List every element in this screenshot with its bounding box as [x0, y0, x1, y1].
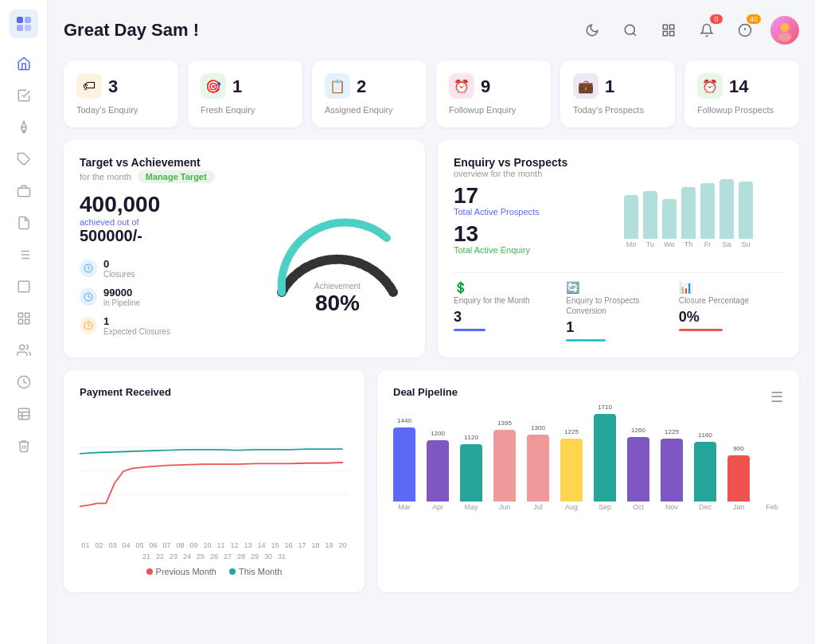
evp-bar1-3	[681, 187, 696, 239]
stat-card-4[interactable]: 💼 1 Today's Prospects	[560, 60, 675, 127]
evp-footer: 💲 Enquiry for the Month 3 🔄 Enquiry to P…	[454, 272, 783, 342]
deal-bar-8	[661, 439, 683, 502]
evp-bar-day-0: Mo	[626, 240, 637, 248]
page-title: Great Day Sam !	[64, 20, 199, 41]
stat-card-1[interactable]: 🎯 1 Fresh Enquiry	[188, 60, 302, 127]
deal-bar-lbl-3: Jun	[499, 503, 511, 511]
sidebar-item-table[interactable]	[11, 401, 37, 427]
sidebar-item-layers[interactable]	[11, 274, 37, 299]
manage-target-button[interactable]: Manage Target	[138, 170, 215, 183]
tva-achieved-label: achieved out of	[80, 217, 258, 227]
evp-bar-day-1: Tu	[646, 240, 654, 248]
stat-number-4: 1	[605, 76, 614, 97]
deal-bar-col-7: 1260 Oct	[627, 427, 649, 511]
svg-rect-27	[670, 25, 674, 29]
sidebar-item-users[interactable]	[11, 338, 37, 363]
apps-icon[interactable]	[656, 18, 681, 43]
deal-bar-lbl-10: Jan	[733, 503, 745, 511]
deal-menu-icon[interactable]: ☰	[770, 388, 783, 406]
deal-bar-val-6: 1710	[598, 404, 612, 411]
x-label: 15	[270, 541, 280, 549]
chart-legend: Previous Month This Month	[80, 567, 349, 576]
sidebar-item-trash[interactable]	[11, 433, 37, 459]
bell-icon[interactable]: 0	[694, 18, 719, 43]
sidebar-item-briefcase[interactable]	[11, 178, 37, 204]
deal-bar-7	[627, 437, 649, 502]
stat-card-3[interactable]: ⏰ 9 Followup Enquiry	[436, 60, 551, 127]
stat-number-5: 14	[729, 76, 748, 97]
sidebar-item-rocket[interactable]	[11, 115, 37, 140]
gauge-percentage: 80%	[314, 291, 361, 316]
x-label: 05	[135, 541, 145, 549]
sidebar-item-list[interactable]	[11, 242, 37, 267]
svg-rect-3	[25, 25, 31, 31]
evp-bar-col-6: Su	[739, 181, 753, 248]
x-label: 19	[324, 541, 334, 549]
total-prospects-label: Total Active Prospects	[454, 207, 614, 217]
svg-point-4	[22, 131, 25, 133]
bell-badge: 0	[710, 14, 723, 24]
search-icon[interactable]	[618, 18, 643, 43]
deal-bar-col-5: 1225 Aug	[560, 428, 583, 511]
metric-item-0: 0 Closures	[80, 258, 258, 279]
x-label: 09	[189, 541, 199, 549]
evp-footer-item-1: 🔄 Enquiry to Prospects Conversion 1	[566, 281, 670, 342]
evp-bar-col-2: We	[662, 199, 677, 248]
sidebar-item-clock[interactable]	[11, 369, 37, 395]
tva-left: 400,000 achieved out of 500000/- 0 Closu…	[80, 193, 258, 336]
app-logo[interactable]	[10, 10, 38, 38]
stat-label-5: Followup Prospects	[697, 105, 786, 115]
metric-lbl-0: Closures	[103, 270, 135, 279]
evp-foot-val-1: 1	[566, 319, 670, 336]
sidebar-item-home[interactable]	[11, 51, 37, 76]
sidebar-item-tags[interactable]	[11, 146, 37, 172]
deal-bar-10	[727, 455, 750, 502]
deal-bar-9	[694, 442, 716, 502]
evp-foot-bar-0	[454, 329, 485, 331]
stat-card-5[interactable]: ⏰ 14 Followup Prospects	[684, 60, 799, 127]
x-label: 27	[223, 552, 233, 560]
evp-foot-bar-1	[566, 339, 606, 342]
evp-stats: 17 Total Active Prospects 13 Total Activ…	[454, 185, 614, 264]
svg-rect-14	[18, 313, 22, 317]
user-avatar[interactable]	[770, 16, 799, 45]
x-label: 31	[277, 552, 287, 560]
evp-bar-day-4: Fr	[704, 240, 712, 248]
stat-card-2[interactable]: 📋 2 Assigned Enquiry	[312, 60, 427, 127]
total-enquiry-label: Total Active Enquiry	[454, 245, 614, 255]
svg-rect-13	[18, 281, 29, 292]
stat-card-0[interactable]: 🏷 3 Today's Enquiry	[64, 60, 178, 127]
svg-rect-26	[663, 25, 667, 29]
evp-foot-title-2: Closure Percentage	[679, 295, 783, 306]
metric-val-0: 0	[103, 258, 135, 270]
x-label: 10	[202, 541, 213, 549]
sidebar-item-grid[interactable]	[11, 306, 37, 331]
sidebar-item-tasks[interactable]	[11, 83, 37, 108]
x-label: 08	[175, 541, 185, 549]
bottom-row: Payment Received 01020304050607080910111…	[64, 370, 799, 592]
tva-total: 500000/-	[80, 227, 258, 245]
stat-number-1: 1	[232, 76, 242, 97]
metric-icon-1	[80, 288, 97, 306]
stat-number-3: 9	[481, 76, 490, 97]
deal-bar-col-6: 1710 Sep	[594, 404, 616, 511]
notification-icon[interactable]: 40	[732, 18, 758, 43]
deal-bar-chart: 1440 Mar 1200 Apr 1120 May 1395 Jun 1300…	[393, 416, 783, 527]
target-achievement-card: Target vs Achievement for the month Mana…	[64, 140, 425, 357]
svg-point-33	[780, 23, 789, 32]
svg-rect-28	[663, 32, 667, 36]
deal-bar-lbl-11: Feb	[766, 503, 778, 511]
x-label: 17	[297, 541, 307, 549]
evp-foot-icon-0: 💲	[454, 281, 558, 294]
evp-footer-item-0: 💲 Enquiry for the Month 3	[454, 281, 558, 342]
stat-label-0: Today's Enquiry	[76, 105, 166, 115]
evp-bar-col-3: Th	[681, 187, 696, 248]
sidebar-item-file[interactable]	[11, 210, 37, 236]
middle-row: Target vs Achievement for the month Mana…	[64, 140, 799, 357]
deal-bar-val-10: 900	[733, 445, 743, 452]
deal-bar-val-7: 1260	[631, 427, 645, 434]
moon-icon[interactable]	[579, 18, 605, 43]
svg-rect-0	[17, 17, 23, 23]
x-label: 21	[142, 552, 152, 560]
x-label: 26	[209, 552, 220, 560]
